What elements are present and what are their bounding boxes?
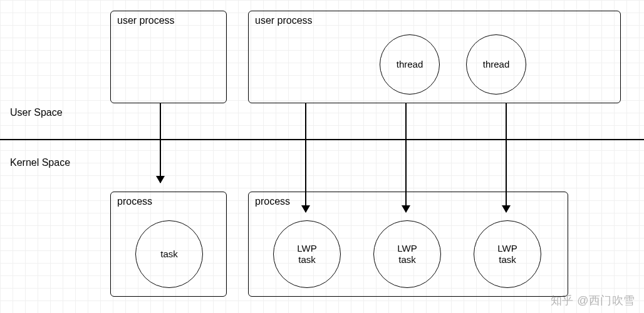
watermark: 知乎 @西门吹雪 [551, 293, 635, 308]
thread-circle-2: thread [466, 34, 526, 95]
lwp-task-circle-1: LWP task [273, 220, 341, 288]
space-divider [0, 139, 644, 140]
user-process-right-title: user process [255, 15, 313, 26]
kernel-space-label: Kernel Space [10, 157, 70, 168]
task-circle: task [135, 220, 203, 288]
user-process-left-title: user process [117, 15, 175, 26]
lwp-task-circle-2: LWP task [373, 220, 441, 288]
arrow-lwp-2 [405, 103, 407, 212]
arrow-lwp-3 [506, 103, 507, 212]
user-space-label: User Space [10, 107, 63, 118]
kernel-process-right-title: process [255, 196, 290, 207]
lwp-task-circle-3: LWP task [474, 220, 541, 288]
arrow-left-process [160, 103, 161, 183]
kernel-process-box-left: process task [110, 192, 227, 297]
thread-circle-1: thread [380, 34, 440, 95]
user-process-box-left: user process [110, 11, 227, 103]
kernel-process-left-title: process [117, 196, 152, 207]
arrow-lwp-1 [305, 103, 306, 212]
user-process-box-right: user process thread thread [248, 11, 621, 103]
